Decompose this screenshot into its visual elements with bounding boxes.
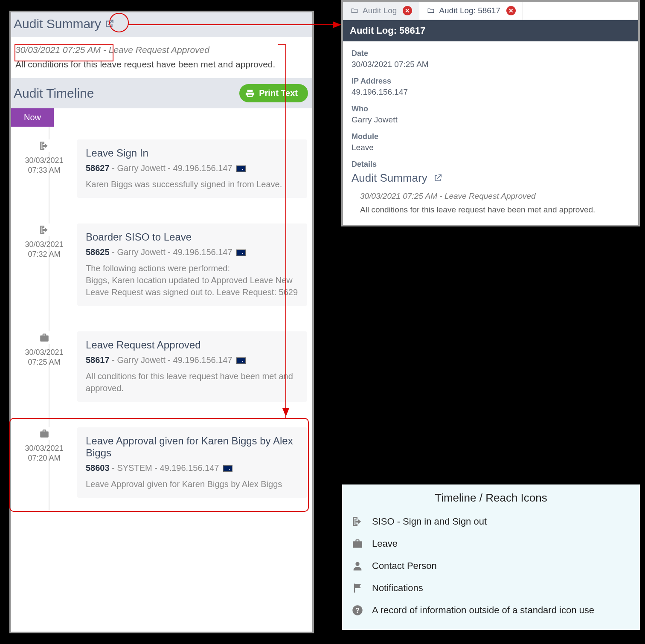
legend-title: Timeline / Reach Icons: [351, 491, 631, 505]
audit-log-header: Audit Log: 58617: [343, 20, 638, 41]
timeline-item-date: 30/03/2021: [11, 348, 77, 357]
legend-row: Notifications: [351, 577, 631, 599]
timeline-item-card: Leave Sign In 58627 - Garry Jowett - 49.…: [77, 139, 307, 198]
briefcase-icon: [38, 427, 51, 440]
timeline-item-meta-rest: - Garry Jowett - 49.196.156.147: [112, 163, 235, 173]
timeline-item-time: 07:33 AM: [11, 165, 77, 175]
tabs-bar: Audit Log ✕ Audit Log: 58617 ✕: [343, 2, 638, 20]
tab-audit-log-58617-label: Audit Log: 58617: [439, 6, 500, 15]
timeline-item-meta-rest: - Garry Jowett - 49.196.156.147: [112, 355, 235, 365]
tab-audit-log-58617[interactable]: Audit Log: 58617 ✕: [419, 2, 523, 20]
timeline-item-date: 30/03/2021: [11, 444, 77, 453]
person-icon: [351, 559, 364, 573]
close-icon[interactable]: ✕: [506, 6, 516, 15]
legend-row: Contact Person: [351, 555, 631, 577]
timeline-item-time: 07:32 AM: [11, 249, 77, 259]
audit-summary-header: Audit Summary: [11, 12, 312, 37]
timeline-item[interactable]: 30/03/2021 07:25 AM Leave Request Approv…: [11, 319, 312, 415]
log-summary-line-1: 30/03/2021 07:25 AM - Leave Request Appr…: [360, 191, 630, 201]
log-audit-summary-heading: Audit Summary: [352, 171, 630, 185]
legend-label: SISO - Sign in and Sign out: [372, 516, 487, 527]
audit-log-detail-panel: Audit Log ✕ Audit Log: 58617 ✕ Audit Log…: [341, 0, 640, 226]
close-icon[interactable]: ✕: [403, 6, 412, 15]
timeline-item-id: 58627: [86, 163, 110, 173]
log-ip-value: 49.196.156.147: [352, 87, 630, 97]
tab-audit-log[interactable]: Audit Log ✕: [343, 2, 419, 20]
legend-row: A record of information outside of a sta…: [351, 599, 631, 621]
audit-timeline-title: Audit Timeline: [14, 86, 94, 101]
log-date-label: Date: [352, 49, 630, 58]
flag-au-icon: [223, 465, 232, 472]
summary-line-1: 30/03/2021 07:25 AM - Leave Request Appr…: [15, 45, 310, 55]
log-module-label: Module: [352, 132, 630, 141]
timeline-item-id: 58625: [86, 247, 110, 257]
legend-label: Leave: [372, 538, 398, 549]
log-module-value: Leave: [352, 143, 630, 152]
legend-label: Contact Person: [372, 560, 437, 571]
timeline-item-desc: Leave Approval given for Karen Biggs by …: [86, 478, 299, 490]
timeline-item[interactable]: 30/03/2021 07:33 AM Leave Sign In 58627 …: [11, 127, 312, 211]
timeline-item-card: Leave Request Approved 58617 - Garry Jow…: [77, 331, 307, 402]
timeline-item-time: 07:25 AM: [11, 357, 77, 367]
flag-au-icon: [236, 249, 246, 256]
log-who-label: Who: [352, 104, 630, 113]
question-icon: [351, 603, 364, 617]
audit-timeline-header: Audit Timeline Print Text: [11, 78, 312, 108]
timeline-item-left: 30/03/2021 07:32 AM: [11, 223, 77, 260]
timeline-item[interactable]: 30/03/2021 07:20 AM Leave Approval given…: [11, 415, 312, 511]
log-audit-summary-box: 30/03/2021 07:25 AM - Leave Request Appr…: [352, 191, 630, 215]
folder-icon: [350, 7, 359, 15]
timeline-item-title: Boarder SISO to Leave: [86, 231, 299, 243]
tab-audit-log-label: Audit Log: [363, 6, 397, 15]
briefcase-icon: [38, 331, 51, 344]
timeline-item-desc: Karen Biggs was successfully signed in f…: [86, 178, 299, 190]
legend-row: SISO - Sign in and Sign out: [351, 511, 631, 533]
legend-label: A record of information outside of a sta…: [372, 605, 594, 616]
flag-icon: [351, 581, 364, 595]
timeline-item-id: 58603: [86, 463, 110, 473]
timeline-item-meta-rest: - SYSTEM - 49.196.156.147: [112, 463, 221, 473]
legend-row: Leave: [351, 533, 631, 555]
audit-summary-body: 30/03/2021 07:25 AM - Leave Request Appr…: [11, 37, 312, 78]
timeline-item-date: 30/03/2021: [11, 240, 77, 249]
siso-icon: [38, 139, 51, 152]
audit-left-panel: Audit Summary 30/03/2021 07:25 AM - Leav…: [9, 11, 314, 633]
log-summary-line-2: All conditions for this leave request ha…: [360, 205, 630, 215]
print-icon: [245, 89, 255, 98]
timeline-item[interactable]: 30/03/2021 07:32 AM Boarder SISO to Leav…: [11, 211, 312, 319]
timeline-item-desc: The following actions were performed:Big…: [86, 262, 299, 298]
timeline-item-meta: 58617 - Garry Jowett - 49.196.156.147: [86, 355, 299, 365]
log-who-value: Garry Jowett: [352, 115, 630, 125]
siso-icon: [351, 515, 364, 528]
summary-line-2: All conditions for this leave request ha…: [15, 59, 310, 70]
log-date-value: 30/03/2021 07:25 AM: [352, 60, 630, 69]
audit-log-body: Date 30/03/2021 07:25 AM IP Address 49.1…: [343, 41, 638, 225]
log-ip-label: IP Address: [352, 77, 630, 86]
print-button-label: Print Text: [259, 88, 298, 98]
timeline-item-time: 07:20 AM: [11, 453, 77, 463]
flag-au-icon: [236, 357, 246, 364]
timeline-item-date: 30/03/2021: [11, 156, 77, 165]
briefcase-icon: [351, 537, 364, 551]
timeline-item-left: 30/03/2021 07:25 AM: [11, 331, 77, 368]
flag-au-icon: [236, 165, 246, 172]
legend-label: Notifications: [372, 583, 423, 594]
log-details-label: Details: [352, 160, 630, 169]
timeline-item-left: 30/03/2021 07:33 AM: [11, 139, 77, 176]
timeline-item-left: 30/03/2021 07:20 AM: [11, 427, 77, 464]
print-text-button[interactable]: Print Text: [239, 84, 308, 102]
timeline-item-meta: 58603 - SYSTEM - 49.196.156.147: [86, 463, 299, 473]
timeline-item-meta: 58625 - Garry Jowett - 49.196.156.147: [86, 247, 299, 257]
timeline-item-meta: 58627 - Garry Jowett - 49.196.156.147: [86, 163, 299, 173]
siso-icon: [38, 223, 51, 236]
timeline-item-title: Leave Request Approved: [86, 339, 299, 351]
timeline-item-title: Leave Sign In: [86, 147, 299, 159]
external-link-icon[interactable]: [103, 17, 116, 30]
timeline-item-meta-rest: - Garry Jowett - 49.196.156.147: [112, 247, 235, 257]
timeline-item-card: Leave Approval given for Karen Biggs by …: [77, 427, 307, 498]
now-badge: Now: [11, 108, 54, 127]
log-audit-summary-title: Audit Summary: [352, 171, 427, 185]
audit-summary-title: Audit Summary: [14, 17, 101, 31]
external-link-icon[interactable]: [433, 173, 443, 183]
timeline-item-id: 58617: [86, 355, 110, 365]
